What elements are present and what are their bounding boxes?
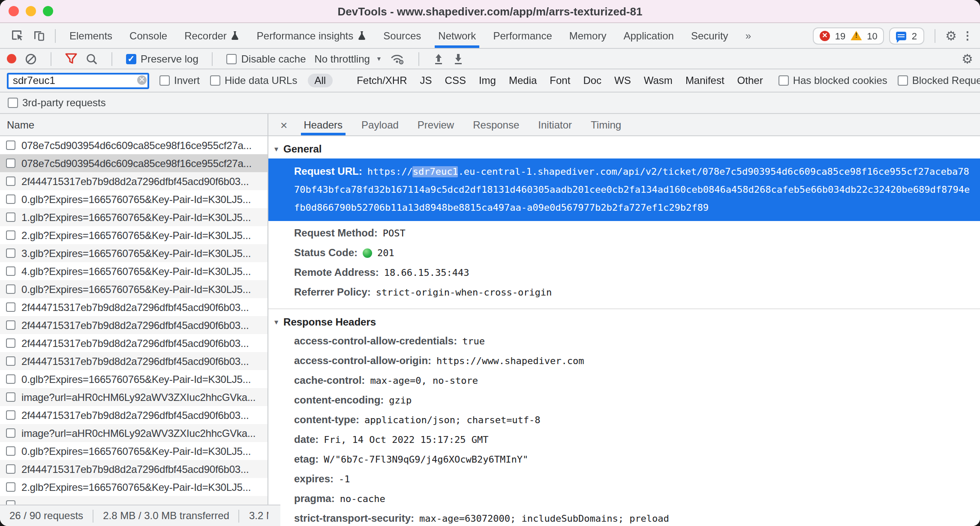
devtools-tab[interactable]: Memory bbox=[561, 23, 615, 48]
request-row[interactable]: 2f444715317eb7b9d8d2a7296dfbf45acd90f6b0… bbox=[0, 316, 268, 334]
row-checkbox[interactable] bbox=[6, 284, 15, 294]
detail-tab[interactable]: Payload bbox=[352, 114, 408, 135]
row-checkbox[interactable] bbox=[6, 428, 15, 438]
row-checkbox[interactable] bbox=[6, 212, 15, 222]
clear-filter-icon[interactable]: ✕ bbox=[137, 75, 147, 84]
row-checkbox[interactable] bbox=[6, 500, 15, 505]
search-icon[interactable] bbox=[86, 53, 98, 65]
settings-gear-icon[interactable]: ⚙ bbox=[945, 29, 957, 42]
filter-type-chip[interactable]: Manifest bbox=[685, 75, 724, 87]
close-details-icon[interactable]: × bbox=[274, 114, 294, 135]
kebab-menu-icon[interactable]: ⋮ bbox=[962, 29, 973, 42]
row-checkbox[interactable] bbox=[6, 320, 15, 330]
detail-tab[interactable]: Headers bbox=[294, 114, 352, 135]
request-row[interactable]: image?url=aHR0cHM6Ly92aWV3ZXIuc2hhcGVka.… bbox=[0, 424, 268, 442]
row-checkbox[interactable] bbox=[6, 482, 15, 492]
row-checkbox[interactable] bbox=[6, 194, 15, 204]
filter-type-chip[interactable]: Other bbox=[737, 75, 763, 87]
more-tabs-button[interactable]: » bbox=[737, 23, 760, 48]
preserve-log-checkbox[interactable]: ✓ Preserve log bbox=[126, 53, 198, 65]
row-checkbox[interactable] bbox=[6, 158, 15, 168]
request-row[interactable] bbox=[0, 496, 268, 505]
name-column-header[interactable]: Name bbox=[0, 114, 268, 136]
import-har-icon[interactable] bbox=[433, 53, 445, 65]
filter-type-chip[interactable]: Doc bbox=[583, 75, 601, 87]
row-checkbox[interactable] bbox=[6, 248, 15, 258]
request-row[interactable]: 3.glb?Expires=1665760765&Key-Pair-Id=K30… bbox=[0, 244, 268, 262]
request-row[interactable]: 2.glb?Expires=1665760765&Key-Pair-Id=K30… bbox=[0, 226, 268, 244]
request-row[interactable]: image?url=aHR0cHM6Ly92aWV3ZXIuc2hhcGVka.… bbox=[0, 388, 268, 406]
disclosure-triangle-icon[interactable]: ▾ bbox=[274, 318, 278, 326]
row-checkbox[interactable] bbox=[6, 230, 15, 240]
general-section-header[interactable]: ▾ General bbox=[268, 136, 980, 158]
row-checkbox[interactable] bbox=[6, 338, 15, 348]
blocked-requests-checkbox[interactable]: Blocked Requests bbox=[898, 75, 980, 87]
request-row[interactable]: 2f444715317eb7b9d8d2a7296dfbf45acd90f6b0… bbox=[0, 334, 268, 352]
request-row[interactable]: 4.glb?Expires=1665760765&Key-Pair-Id=K30… bbox=[0, 262, 268, 280]
request-row[interactable]: 0.glb?Expires=1665760765&Key-Pair-Id=K30… bbox=[0, 442, 268, 460]
inspect-element-icon[interactable] bbox=[7, 23, 28, 48]
devtools-tab[interactable]: Recorder bbox=[176, 23, 248, 48]
devtools-tab[interactable]: Application bbox=[615, 23, 682, 48]
devtools-tab[interactable]: Security bbox=[682, 23, 737, 48]
row-checkbox[interactable] bbox=[6, 464, 15, 474]
detail-tab[interactable]: Preview bbox=[408, 114, 463, 135]
request-row[interactable]: 078e7c5d903954d6c609ca85ce98f16ce955cf27… bbox=[0, 154, 268, 172]
request-row[interactable]: 0.glb?Expires=1665760765&Key-Pair-Id=K30… bbox=[0, 370, 268, 388]
row-checkbox[interactable] bbox=[6, 266, 15, 276]
row-checkbox[interactable] bbox=[6, 302, 15, 312]
devtools-tab[interactable]: Sources bbox=[375, 23, 430, 48]
minimize-window-button[interactable] bbox=[26, 6, 36, 16]
invert-checkbox[interactable]: Invert bbox=[159, 75, 200, 87]
filter-type-chip[interactable]: Font bbox=[550, 75, 570, 87]
filter-type-chip[interactable]: Media bbox=[509, 75, 537, 87]
devtools-tab[interactable]: Performance bbox=[484, 23, 560, 48]
zoom-window-button[interactable] bbox=[43, 6, 53, 16]
request-row[interactable]: 078e7c5d903954d6c609ca85ce98f16ce955cf27… bbox=[0, 136, 268, 154]
clear-network-log-icon[interactable] bbox=[25, 53, 37, 65]
filter-type-all[interactable]: All bbox=[307, 74, 333, 87]
request-url-row[interactable]: Request URL:https://sdr7euc1.eu-central-… bbox=[268, 158, 980, 221]
filter-type-chip[interactable]: CSS bbox=[445, 75, 466, 87]
device-toolbar-icon[interactable] bbox=[28, 23, 50, 48]
request-row[interactable]: 2f444715317eb7b9d8d2a7296dfbf45acd90f6b0… bbox=[0, 172, 268, 190]
row-checkbox[interactable] bbox=[6, 356, 15, 366]
filter-type-chip[interactable]: WS bbox=[614, 75, 631, 87]
detail-tab[interactable]: Response bbox=[463, 114, 529, 135]
row-checkbox[interactable] bbox=[6, 446, 15, 456]
filter-input[interactable] bbox=[7, 72, 149, 89]
disclosure-triangle-icon[interactable]: ▾ bbox=[274, 145, 278, 153]
request-row[interactable]: 2f444715317eb7b9d8d2a7296dfbf45acd90f6b0… bbox=[0, 406, 268, 424]
request-row[interactable]: 2f444715317eb7b9d8d2a7296dfbf45acd90f6b0… bbox=[0, 352, 268, 370]
request-row[interactable]: 2f444715317eb7b9d8d2a7296dfbf45acd90f6b0… bbox=[0, 298, 268, 316]
filter-funnel-icon[interactable] bbox=[65, 53, 77, 64]
row-checkbox[interactable] bbox=[6, 176, 15, 186]
request-row[interactable]: 1.glb?Expires=1665760765&Key-Pair-Id=K30… bbox=[0, 208, 268, 226]
throttling-select[interactable]: No throttling ▼ bbox=[315, 53, 382, 65]
response-headers-section-header[interactable]: ▾ Response Headers bbox=[268, 309, 980, 332]
filter-type-chip[interactable]: Fetch/XHR bbox=[357, 75, 407, 87]
network-settings-gear-icon[interactable]: ⚙ bbox=[962, 52, 973, 65]
row-checkbox[interactable] bbox=[6, 374, 15, 384]
row-checkbox[interactable] bbox=[6, 392, 15, 402]
record-network-log-button[interactable] bbox=[7, 54, 16, 63]
network-conditions-icon[interactable] bbox=[391, 52, 405, 65]
devtools-tab[interactable]: Elements bbox=[61, 23, 121, 48]
request-row[interactable]: 2f444715317eb7b9d8d2a7296dfbf45acd90f6b0… bbox=[0, 460, 268, 478]
errors-warnings-badge[interactable]: ✕ 19 ! 10 bbox=[813, 27, 884, 44]
third-party-requests-checkbox[interactable]: 3rd-party requests bbox=[8, 97, 106, 109]
row-checkbox[interactable] bbox=[6, 140, 15, 150]
request-row[interactable]: 0.glb?Expires=1665760765&Key-Pair-Id=K30… bbox=[0, 280, 268, 298]
request-row[interactable]: 0.glb?Expires=1665760765&Key-Pair-Id=K30… bbox=[0, 190, 268, 208]
detail-tab[interactable]: Timing bbox=[581, 114, 631, 135]
close-window-button[interactable] bbox=[9, 6, 19, 16]
row-checkbox[interactable] bbox=[6, 410, 15, 420]
has-blocked-cookies-checkbox[interactable]: Has blocked cookies bbox=[779, 75, 887, 87]
detail-tab[interactable]: Initiator bbox=[529, 114, 581, 135]
issues-badge[interactable]: 2 bbox=[890, 27, 924, 44]
devtools-tab[interactable]: Performance insights bbox=[248, 23, 375, 48]
filter-type-chip[interactable]: JS bbox=[420, 75, 432, 87]
filter-type-chip[interactable]: Wasm bbox=[644, 75, 673, 87]
filter-type-chip[interactable]: Img bbox=[479, 75, 496, 87]
disable-cache-checkbox[interactable]: Disable cache bbox=[227, 53, 306, 65]
